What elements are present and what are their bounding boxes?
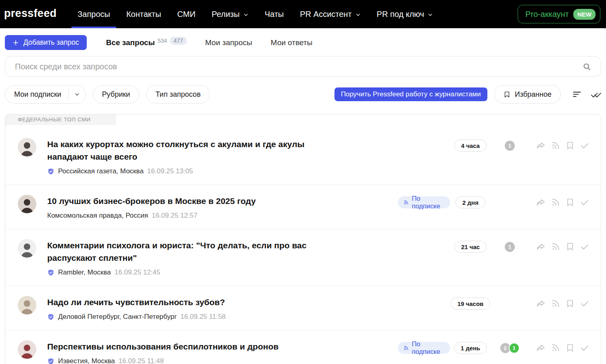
rss-icon[interactable]: [551, 141, 560, 150]
tab-my-answers[interactable]: Мои ответы: [271, 38, 313, 47]
avatar[interactable]: [18, 296, 36, 314]
delegate-to-pressfeed-button[interactable]: Поручить Pressfeed работу с журналистами: [334, 87, 487, 101]
tab-label: Мои ответы: [271, 38, 313, 47]
time-left-pill: 19 часов: [451, 297, 491, 310]
bookmark-icon[interactable]: [566, 141, 575, 150]
request-title[interactable]: На каких курортах можно столкнуться с ак…: [47, 138, 326, 163]
source-name[interactable]: Деловой Петербург, Санкт-Петербург: [58, 313, 177, 321]
pro-account-label: Pro-аккаунт: [525, 10, 569, 19]
request-title[interactable]: 10 лучших бизнес-брокеров в Москве в 202…: [47, 195, 326, 207]
request-row[interactable]: Надо ли лечить чувствительность зубов? Д…: [5, 286, 601, 331]
bookmark-icon[interactable]: [566, 299, 575, 308]
pro-account-button[interactable]: Pro-аккаунт NEW: [518, 5, 600, 23]
rss-icon[interactable]: [551, 343, 560, 353]
tab-label: Все запросы: [106, 38, 155, 47]
request-meta: Российская газета, Москва 16.09.25 13:05: [47, 167, 393, 175]
subscription-label: По подписке: [412, 340, 445, 356]
bookmark-icon[interactable]: [566, 242, 575, 252]
filter-request-types[interactable]: Тип запросов: [146, 85, 210, 104]
avatar[interactable]: [18, 195, 36, 213]
request-row-right: 21 час 1: [398, 241, 589, 253]
request-title[interactable]: Перспективы использования беспилотников …: [47, 340, 326, 353]
rss-icon: [403, 200, 409, 206]
check-icon[interactable]: [580, 198, 589, 207]
time-left-pill: 1 день: [454, 342, 487, 354]
sort-icon[interactable]: [572, 89, 582, 100]
nav-item-chats[interactable]: Чаты: [259, 0, 290, 28]
request-datetime: 16.09.25 12:45: [115, 268, 160, 277]
request-datetime: 16.09.25 11:48: [119, 357, 164, 364]
new-badge: NEW: [573, 9, 596, 20]
share-icon[interactable]: [536, 242, 545, 252]
request-datetime: 16.09.25 11:58: [180, 313, 226, 321]
filter-label: Тип запросов: [155, 90, 201, 99]
chevron-down-icon: [243, 12, 249, 17]
verified-icon: [47, 269, 54, 277]
filter-rubrics[interactable]: Рубрики: [93, 85, 140, 104]
request-row[interactable]: Комментарии психолога и юриста: "Что дел…: [5, 229, 601, 286]
share-icon[interactable]: [536, 198, 545, 207]
tab-count: 534: [158, 37, 167, 44]
nav-item-releases[interactable]: Релизы: [206, 0, 255, 28]
favorites-button[interactable]: Избранное: [494, 85, 561, 104]
main-menu: Запросы Контакты СМИ Релизы Чаты PR Асси…: [69, 0, 441, 28]
chevron-down-icon[interactable]: [69, 92, 81, 97]
nav-item-media[interactable]: СМИ: [171, 0, 201, 28]
request-row[interactable]: Перспективы использования беспилотников …: [5, 331, 601, 364]
bookmark-icon[interactable]: [566, 343, 575, 353]
person-icon: [20, 343, 34, 359]
share-icon[interactable]: [536, 299, 545, 308]
tab-label: Мои запросы: [205, 38, 252, 47]
nav-item-label: Запросы: [77, 10, 110, 19]
share-icon[interactable]: [536, 141, 545, 150]
search-icon[interactable]: [583, 62, 591, 71]
bookmark-icon[interactable]: [566, 198, 575, 207]
double-check-icon[interactable]: [590, 89, 601, 100]
nav-item-pr-turnkey[interactable]: PR под ключ: [371, 0, 439, 28]
nav-item-label: PR Ассистент: [300, 10, 351, 19]
request-tabs: Все запросы 534 477 Мои запросы Мои отве…: [106, 38, 313, 47]
nav-item-requests[interactable]: Запросы: [71, 0, 116, 28]
rss-icon[interactable]: [551, 299, 560, 308]
source-name[interactable]: Комсомольская правда, Россия: [47, 212, 148, 220]
rss-icon[interactable]: [551, 242, 560, 252]
avatar[interactable]: [18, 138, 36, 156]
avatar[interactable]: [18, 239, 36, 258]
source-name[interactable]: Известия, Москва: [58, 357, 115, 364]
source-name[interactable]: Российская газета, Москва: [58, 167, 144, 175]
nav-item-contacts[interactable]: Контакты: [120, 0, 167, 28]
rss-icon[interactable]: [551, 198, 560, 207]
search-bar: [5, 56, 601, 77]
source-name[interactable]: Rambler, Москва: [58, 268, 111, 277]
add-request-button[interactable]: Добавить запрос: [5, 35, 87, 50]
check-icon[interactable]: [580, 141, 589, 150]
pressfeed-logo[interactable]: pressfeed: [4, 7, 56, 20]
filter-my-subscriptions[interactable]: Мои подписки: [5, 85, 86, 104]
search-input[interactable]: [15, 62, 583, 71]
row-actions: [536, 299, 589, 308]
request-main: Перспективы использования беспилотников …: [47, 340, 398, 364]
chevron-down-icon: [428, 12, 433, 17]
nav-item-pr-assistant[interactable]: PR Ассистент: [294, 0, 366, 28]
tab-all-requests[interactable]: Все запросы 534 477: [106, 38, 187, 47]
verified-icon: [47, 313, 54, 321]
request-title[interactable]: Надо ли лечить чувствительность зубов?: [47, 296, 326, 308]
tab-my-requests[interactable]: Мои запросы: [205, 38, 252, 47]
request-title[interactable]: Комментарии психолога и юриста: "Что дел…: [47, 239, 326, 264]
check-icon[interactable]: [580, 343, 589, 353]
request-row[interactable]: 10 лучших бизнес-брокеров в Москве в 202…: [5, 185, 601, 229]
filters-row: Мои подписки Рубрики Тип запросов Поручи…: [5, 85, 601, 104]
request-datetime: 16.09.25 12:57: [152, 212, 197, 220]
share-icon[interactable]: [536, 343, 545, 353]
check-icon[interactable]: [580, 242, 589, 252]
tab-count-badge: 477: [170, 37, 186, 45]
check-icon[interactable]: [580, 299, 589, 308]
person-icon: [20, 298, 34, 314]
subscription-badge: По подписке: [398, 196, 450, 208]
avatar[interactable]: [18, 340, 36, 359]
request-meta: Известия, Москва 16.09.25 11:48: [47, 357, 393, 364]
person-icon: [20, 241, 34, 258]
row-actions: [536, 343, 589, 353]
request-row[interactable]: На каких курортах можно столкнуться с ак…: [5, 128, 601, 185]
request-main: Комментарии психолога и юриста: "Что дел…: [47, 239, 398, 277]
